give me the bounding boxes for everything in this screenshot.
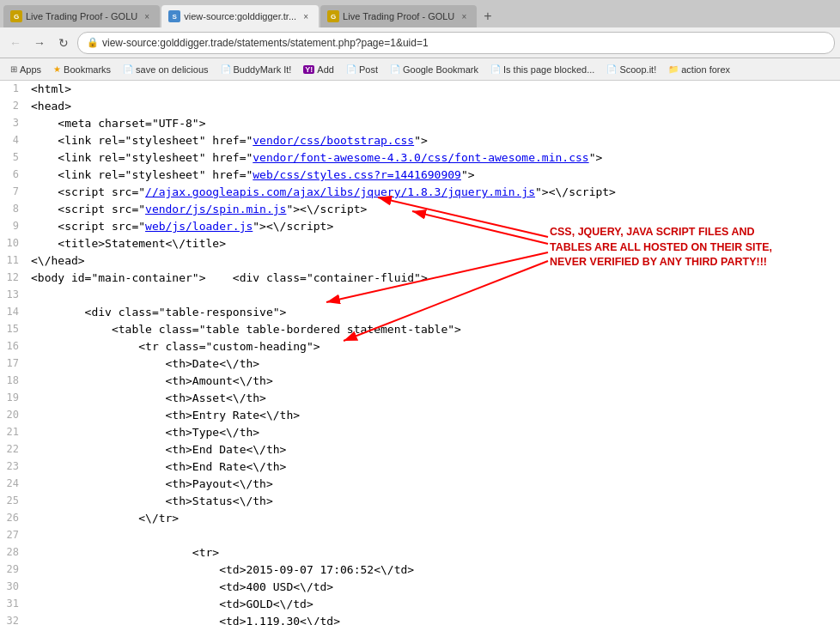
- line-content: <meta charset="UTF-8">: [27, 115, 840, 132]
- source-line: 10 <title>Statement<\/title>: [0, 235, 840, 252]
- source-line: 6 <link rel="stylesheet" href="web/css/s…: [0, 167, 840, 184]
- tab-3-close[interactable]: ×: [458, 10, 470, 22]
- line-number: 24: [0, 476, 27, 493]
- line-number: 23: [0, 458, 27, 476]
- line-number: 25: [0, 493, 27, 510]
- line-number: 16: [0, 338, 27, 355]
- source-link[interactable]: vendor/font-awesome-4.3.0/css/font-aweso…: [253, 151, 588, 164]
- source-line: 11<\/head>: [0, 252, 840, 270]
- tab-2-close[interactable]: ×: [300, 10, 312, 22]
- bookmark-apps-label: Apps: [20, 64, 41, 75]
- bookmark-apps[interactable]: ⊞ Apps: [5, 63, 46, 76]
- line-number: 1: [0, 81, 27, 98]
- line-number: 28: [0, 544, 27, 561]
- refresh-button[interactable]: ↻: [53, 33, 74, 53]
- line-content: <\/tr>: [27, 510, 840, 527]
- star-icon: ★: [53, 64, 61, 74]
- line-number: 9: [0, 218, 27, 235]
- line-number: 8: [0, 201, 27, 218]
- bookmark-action-forex[interactable]: 📁 action forex: [663, 63, 735, 76]
- source-line: 23 <th>End Rate<\/th>: [0, 458, 840, 476]
- page-icon-3: 📄: [346, 64, 356, 74]
- line-number: 4: [0, 132, 27, 149]
- bookmark-scoop[interactable]: 📄 Scoop.it!: [601, 63, 661, 76]
- bookmark-buddymark-label: BuddyMark It!: [234, 64, 292, 75]
- source-link[interactable]: vendor/js/spin.min.js: [145, 203, 286, 215]
- line-number: 27: [0, 527, 27, 544]
- source-line: 21 <th>Type<\/th>: [0, 424, 840, 441]
- address-bar: ← → ↻ 🔒 view-source:golddigger.trade/sta…: [0, 27, 840, 58]
- line-content: <link rel="stylesheet" href="vendor/css/…: [27, 132, 840, 149]
- page-icon-2: 📄: [221, 64, 231, 74]
- source-line: 30 <td>400 USD<\/td>: [0, 579, 840, 596]
- bookmark-action-forex-label: action forex: [681, 64, 730, 75]
- bookmark-add-label: Add: [317, 64, 334, 75]
- forward-button[interactable]: →: [29, 33, 50, 53]
- bookmarks-bar: ⊞ Apps ★ Bookmarks 📄 save on delicious 📄…: [0, 58, 840, 81]
- url-bar[interactable]: 🔒 view-source:golddigger.trade/statement…: [77, 32, 835, 54]
- line-content: <th>End Date<\/th>: [27, 441, 840, 458]
- line-content: <td>1,119.30<\/td>: [27, 613, 840, 625]
- back-button[interactable]: ←: [5, 33, 26, 53]
- line-content: <th>Type<\/th>: [27, 424, 840, 441]
- bookmark-buddymark[interactable]: 📄 BuddyMark It!: [216, 63, 297, 76]
- line-number: 2: [0, 98, 27, 115]
- bookmark-bookmarks[interactable]: ★ Bookmarks: [48, 63, 116, 76]
- page-content: 1<html>2<head>3 <meta charset="UTF-8">4 …: [0, 81, 840, 625]
- source-line: 32 <td>1,119.30<\/td>: [0, 613, 840, 625]
- source-line: 8 <script src="vendor/js/spin.min.js"><\…: [0, 201, 840, 218]
- tab-1-close[interactable]: ×: [141, 10, 153, 22]
- bookmark-save-delicious-label: save on delicious: [136, 64, 208, 75]
- line-content: <td>2015-09-07 17:06:52<\/td>: [27, 561, 840, 579]
- bookmark-add[interactable]: Y! Add: [298, 63, 339, 76]
- source-line: 16 <tr class="custom-heading">: [0, 338, 840, 355]
- bookmark-google[interactable]: 📄 Google Bookmark: [385, 63, 484, 76]
- line-number: 19: [0, 390, 27, 407]
- yahoo-icon: Y!: [303, 65, 314, 74]
- line-content: <title>Statement<\/title>: [27, 235, 840, 252]
- tab-1[interactable]: G Live Trading Proof - GOLU ×: [3, 5, 160, 27]
- source-line: 2<head>: [0, 98, 840, 115]
- bookmark-blocked[interactable]: 📄 Is this page blocked...: [485, 63, 600, 76]
- source-line: 7 <script src="//ajax.googleapis.com/aja…: [0, 184, 840, 201]
- tab-bar: G Live Trading Proof - GOLU × S view-sou…: [0, 0, 840, 27]
- source-line: 15 <table class="table table-bordered st…: [0, 321, 840, 338]
- line-content: [27, 287, 840, 304]
- line-number: 7: [0, 184, 27, 201]
- source-view: 1<html>2<head>3 <meta charset="UTF-8">4 …: [0, 81, 840, 625]
- bookmark-bookmarks-label: Bookmarks: [64, 64, 111, 75]
- line-number: 30: [0, 579, 27, 596]
- source-line: 19 <th>Asset<\/th>: [0, 390, 840, 407]
- line-content: <link rel="stylesheet" href="web/css/sty…: [27, 167, 840, 184]
- bookmark-save-delicious[interactable]: 📄 save on delicious: [118, 63, 213, 76]
- line-number: 11: [0, 252, 27, 270]
- source-link[interactable]: web/js/loader.js: [145, 220, 253, 233]
- line-number: 22: [0, 441, 27, 458]
- tab-2-title: view-source:golddigger.tr...: [184, 11, 296, 21]
- source-link[interactable]: web/css/styles.css?r=1441690909: [253, 168, 461, 181]
- line-content: <tr class="custom-heading">: [27, 338, 840, 355]
- page-icon-5: 📄: [490, 64, 501, 74]
- tab-2[interactable]: S view-source:golddigger.tr... ×: [161, 5, 319, 27]
- tab-3[interactable]: G Live Trading Proof - GOLU ×: [320, 5, 477, 27]
- line-number: 32: [0, 613, 27, 625]
- line-content: <th>Entry Rate<\/th>: [27, 407, 840, 424]
- line-content: <script src="web/js/loader.js"><\/script…: [27, 218, 840, 235]
- source-line: 5 <link rel="stylesheet" href="vendor/fo…: [0, 149, 840, 167]
- source-link[interactable]: vendor/css/bootstrap.css: [253, 134, 414, 147]
- source-line: 13: [0, 287, 840, 304]
- line-content: <th>Amount<\/th>: [27, 373, 840, 390]
- line-number: 3: [0, 115, 27, 132]
- source-line: 1<html>: [0, 81, 840, 98]
- bookmark-blocked-label: Is this page blocked...: [503, 64, 594, 75]
- line-content: <th>Status<\/th>: [27, 493, 840, 510]
- line-content: <head>: [27, 98, 840, 115]
- line-content: <div class="table-responsive">: [27, 304, 840, 321]
- source-link[interactable]: //ajax.googleapis.com/ajax/libs/jquery/1…: [145, 185, 535, 198]
- page-icon-1: 📄: [123, 64, 133, 74]
- bookmark-post[interactable]: 📄 Post: [341, 63, 383, 76]
- new-tab-button[interactable]: +: [478, 5, 496, 27]
- line-content: <th>End Rate<\/th>: [27, 458, 840, 476]
- line-number: 29: [0, 561, 27, 579]
- line-number: 6: [0, 167, 27, 184]
